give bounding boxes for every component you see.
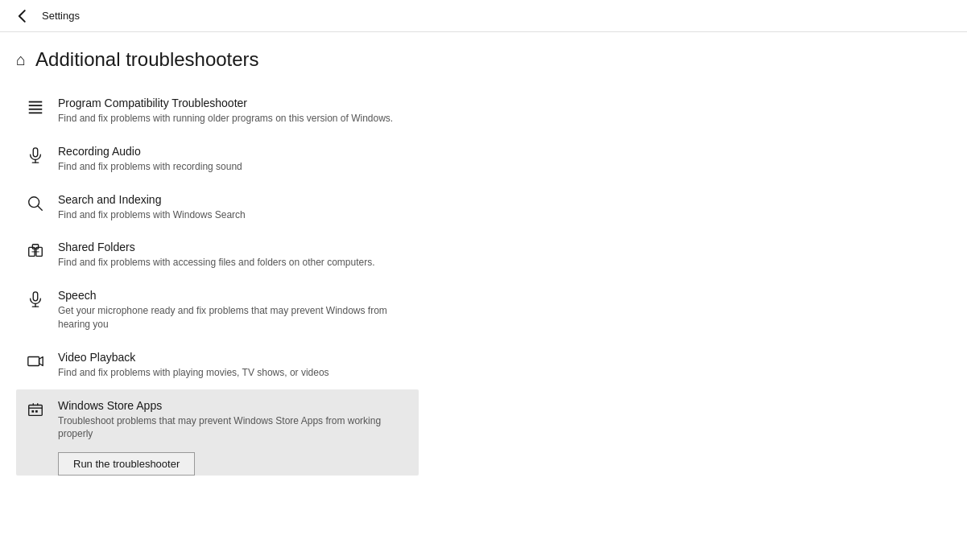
video-playback-title: Video Playback	[58, 351, 411, 364]
program-compatibility-desc: Find and fix problems with running older…	[58, 112, 411, 126]
video-playback-text: Video Playback Find and fix problems wit…	[58, 351, 411, 380]
svg-rect-4	[33, 148, 38, 157]
page-title-text: Additional troubleshooters	[35, 48, 259, 71]
troubleshooter-item-video-playback[interactable]: Video Playback Find and fix problems wit…	[16, 341, 419, 389]
svg-rect-0	[29, 101, 43, 103]
back-button[interactable]	[10, 3, 35, 29]
troubleshooter-item-speech[interactable]: Speech Get your microphone ready and fix…	[16, 279, 419, 341]
svg-rect-20	[35, 410, 38, 412]
shared-folders-text: Shared Folders Find and fix problems wit…	[58, 241, 411, 270]
troubleshooter-item-search-indexing[interactable]: Search and Indexing Find and fix problem…	[16, 183, 419, 232]
recording-audio-icon	[24, 146, 47, 164]
svg-rect-2	[29, 109, 43, 110]
shared-folders-title: Shared Folders	[58, 241, 411, 253]
troubleshooter-item-program-compatibility[interactable]: Program Compatibility Troubleshooter Fin…	[16, 87, 419, 135]
troubleshooter-item-shared-folders[interactable]: Shared Folders Find and fix problems wit…	[16, 231, 419, 279]
speech-text: Speech Get your microphone ready and fix…	[58, 289, 411, 331]
troubleshooter-item-recording-audio[interactable]: Recording Audio Find and fix problems wi…	[16, 135, 419, 183]
search-indexing-title: Search and Indexing	[58, 193, 411, 206]
video-playback-desc: Find and fix problems with playing movie…	[58, 366, 411, 380]
shared-folders-icon	[24, 242, 47, 260]
svg-rect-16	[28, 356, 39, 365]
speech-desc: Get your microphone ready and fix proble…	[58, 304, 411, 331]
svg-rect-3	[29, 112, 43, 113]
page-title: ⌂ Additional troubleshooters	[16, 48, 419, 71]
content-area: ⌂ Additional troubleshooters Program Com…	[0, 32, 419, 560]
home-icon: ⌂	[16, 51, 26, 69]
recording-audio-title: Recording Audio	[58, 145, 411, 158]
windows-store-apps-content: Windows Store Apps Troubleshoot problems…	[24, 399, 411, 442]
main-layout: ⌂ Additional troubleshooters Program Com…	[0, 32, 967, 560]
search-indexing-icon	[24, 195, 47, 212]
search-indexing-text: Search and Indexing Find and fix problem…	[58, 193, 411, 222]
title-bar: Settings	[0, 0, 967, 32]
program-compatibility-icon	[24, 98, 47, 116]
speech-icon	[24, 290, 47, 308]
svg-line-8	[38, 206, 42, 210]
troubleshooter-item-windows-store-apps[interactable]: Windows Store Apps Troubleshoot problems…	[16, 389, 419, 476]
recording-audio-text: Recording Audio Find and fix problems wi…	[58, 145, 411, 174]
svg-rect-19	[31, 410, 34, 412]
title-bar-label: Settings	[42, 10, 80, 22]
windows-store-apps-text: Windows Store Apps Troubleshoot problems…	[58, 399, 411, 442]
shared-folders-desc: Find and fix problems with accessing fil…	[58, 256, 411, 270]
svg-rect-13	[33, 292, 38, 301]
windows-store-apps-desc: Troubleshoot problems that may prevent W…	[58, 414, 411, 442]
recording-audio-desc: Find and fix problems with recording sou…	[58, 160, 411, 174]
speech-title: Speech	[58, 289, 411, 302]
program-compatibility-title: Program Compatibility Troubleshooter	[58, 97, 411, 109]
svg-rect-17	[29, 405, 43, 415]
search-indexing-desc: Find and fix problems with Windows Searc…	[58, 208, 411, 222]
svg-rect-11	[32, 245, 38, 249]
svg-point-7	[29, 196, 39, 207]
run-troubleshooter-button[interactable]: Run the troubleshooter	[58, 452, 195, 476]
video-playback-icon	[24, 352, 47, 370]
program-compatibility-text: Program Compatibility Troubleshooter Fin…	[58, 97, 411, 126]
windows-store-apps-icon	[24, 401, 47, 418]
svg-rect-1	[29, 105, 43, 106]
windows-store-apps-title: Windows Store Apps	[58, 399, 411, 412]
